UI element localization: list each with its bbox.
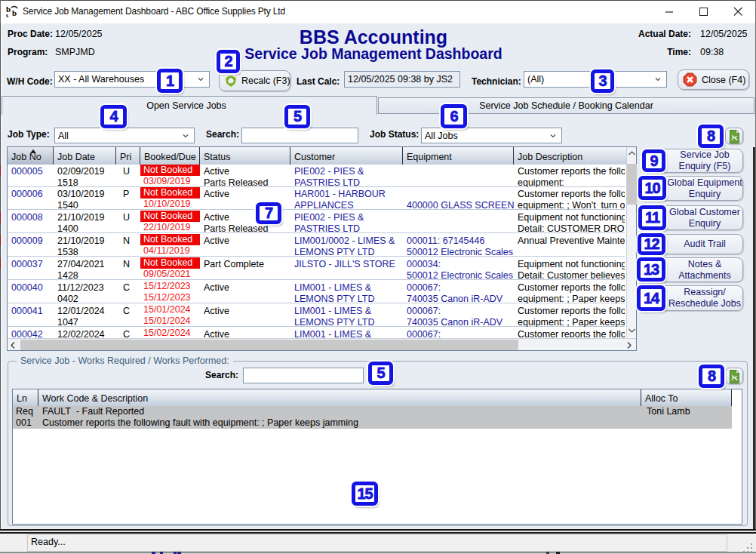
- svg-text:b: b: [12, 8, 17, 17]
- svg-text:s: s: [6, 12, 8, 19]
